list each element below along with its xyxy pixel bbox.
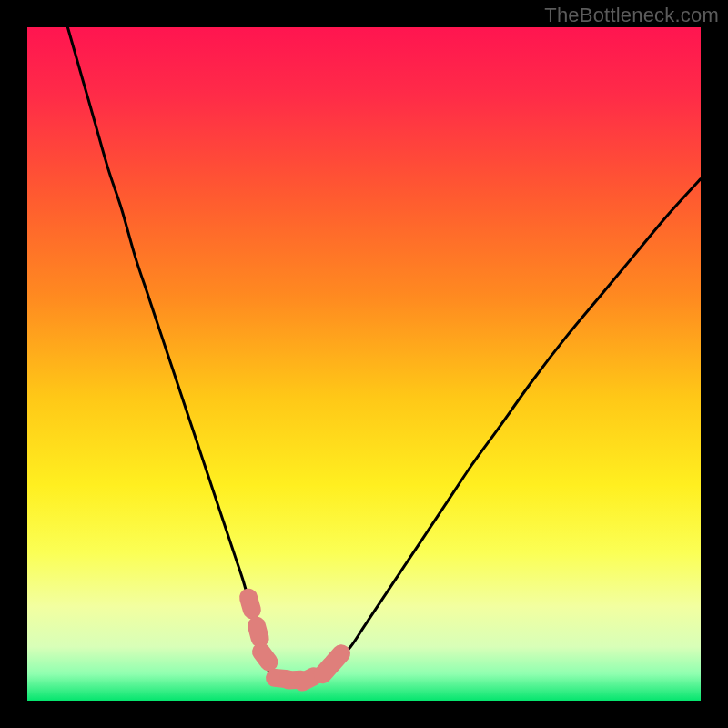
marker-left-hi [248, 598, 252, 610]
marker-left-lo [261, 652, 268, 662]
frame: TheBottleneck.com [0, 0, 728, 728]
marker-left-mid [257, 626, 260, 639]
marker-bot-3 [302, 676, 314, 682]
curve-layer [27, 27, 701, 701]
marker-right-mid [333, 653, 341, 663]
plot-area [27, 27, 701, 701]
watermark-text: TheBottleneck.com [544, 4, 719, 27]
bottleneck-curve [67, 27, 701, 680]
